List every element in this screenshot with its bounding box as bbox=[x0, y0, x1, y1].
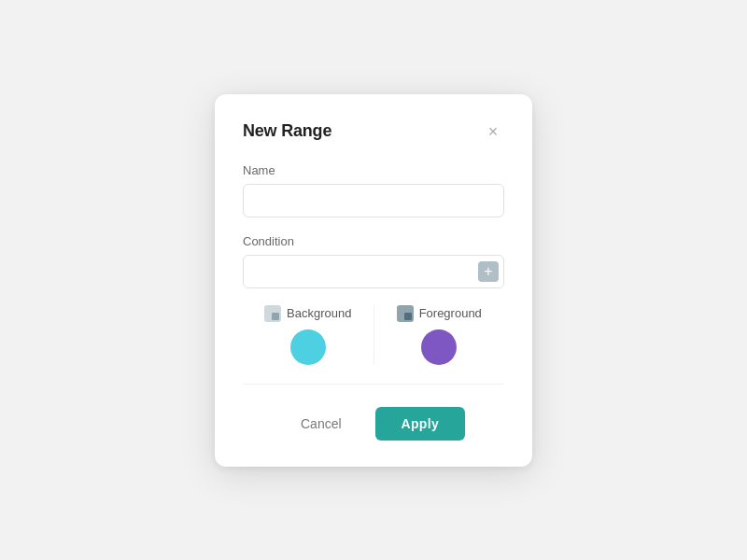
name-field-group: Name bbox=[243, 163, 504, 217]
condition-input-wrapper: + bbox=[243, 255, 504, 288]
cancel-button[interactable]: Cancel bbox=[282, 407, 360, 441]
condition-input[interactable] bbox=[243, 255, 504, 288]
dialog-title: New Range bbox=[243, 121, 331, 141]
condition-add-button[interactable]: + bbox=[478, 261, 499, 282]
foreground-icon bbox=[397, 305, 414, 322]
foreground-color-header: Foreground bbox=[397, 305, 482, 322]
background-color-header: Background bbox=[264, 305, 351, 322]
background-icon bbox=[264, 305, 281, 322]
foreground-label: Foreground bbox=[419, 306, 482, 320]
name-label: Name bbox=[243, 163, 504, 177]
dialog-footer: Cancel Apply bbox=[243, 407, 504, 441]
foreground-color-swatch[interactable] bbox=[421, 329, 457, 365]
new-range-dialog: New Range × Name Condition + Background bbox=[215, 94, 532, 467]
overlay: New Range × Name Condition + Background bbox=[0, 0, 747, 560]
color-section: Background Foreground bbox=[243, 305, 504, 385]
background-color-group: Background bbox=[243, 305, 374, 365]
dialog-header: New Range × bbox=[243, 120, 504, 143]
background-label: Background bbox=[287, 306, 351, 320]
condition-field-group: Condition + bbox=[243, 234, 504, 288]
background-color-swatch[interactable] bbox=[290, 329, 326, 365]
apply-button[interactable]: Apply bbox=[375, 407, 465, 441]
name-input[interactable] bbox=[243, 184, 504, 217]
close-button[interactable]: × bbox=[482, 120, 504, 143]
condition-label: Condition bbox=[243, 234, 504, 248]
foreground-color-group: Foreground bbox=[374, 305, 505, 365]
